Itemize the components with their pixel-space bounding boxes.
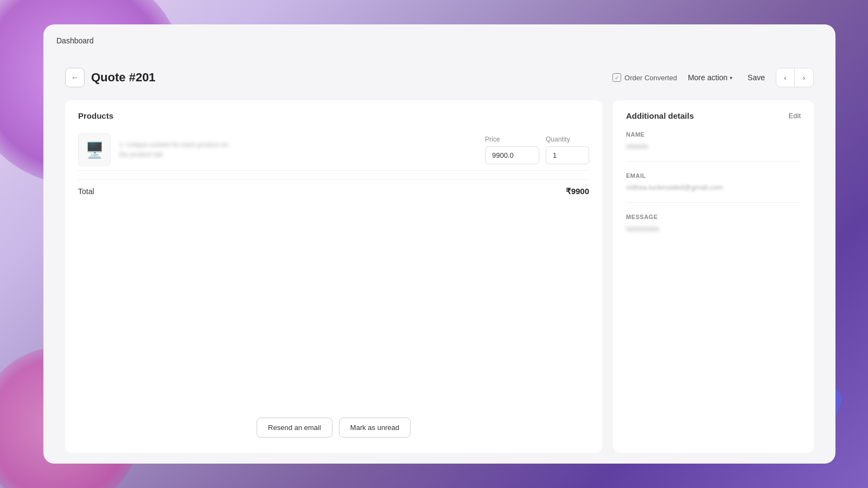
name-field: NAME lalalala xyxy=(626,131,801,162)
products-title: Products xyxy=(78,111,589,120)
nav-arrows: ‹ › xyxy=(776,68,814,87)
price-input[interactable] xyxy=(485,146,539,164)
price-label: Price xyxy=(485,136,539,143)
edit-button[interactable]: Edit xyxy=(789,112,801,120)
products-panel: Products 🖥️ 1. Unique content for each p… xyxy=(65,100,602,453)
total-row: Total ₹9900 xyxy=(78,179,589,203)
mark-unread-button[interactable]: Mark as unread xyxy=(339,418,411,438)
details-header: Additional details Edit xyxy=(626,111,801,120)
main-window: Dashboard ← Quote #201 ✓ Order Converted… xyxy=(43,24,835,464)
order-icon: ✓ xyxy=(612,73,621,82)
dashboard-label: Dashboard xyxy=(56,36,94,45)
product-icon: 🖥️ xyxy=(85,141,104,159)
product-row: 🖥️ 1. Unique content for each product on… xyxy=(78,129,589,171)
additional-details-panel: Additional details Edit NAME lalalala EM… xyxy=(613,100,814,453)
total-amount: ₹9900 xyxy=(566,187,589,196)
quantity-field-group: Quantity xyxy=(546,136,589,164)
name-value: lalalala xyxy=(626,142,801,150)
order-converted-label: Order Converted xyxy=(624,74,677,82)
message-label: MESSAGE xyxy=(626,214,801,220)
product-description: 1. Unique content for each product on th… xyxy=(119,140,476,159)
more-action-label: More action xyxy=(688,73,727,82)
back-button[interactable]: ← xyxy=(65,68,85,87)
email-field: EMAIL vidhea.luckinsided@gmail.com xyxy=(626,172,801,203)
total-label: Total xyxy=(78,187,94,196)
quantity-label: Quantity xyxy=(546,136,589,143)
action-buttons: Resend an email Mark as unread xyxy=(78,407,589,442)
next-arrow-button[interactable]: › xyxy=(795,68,813,87)
quantity-input[interactable] xyxy=(546,146,589,164)
product-desc-line2: the product tab xyxy=(119,150,476,159)
prev-arrow-button[interactable]: ‹ xyxy=(776,68,795,87)
price-qty-group: Price Quantity xyxy=(485,136,589,164)
save-button[interactable]: Save xyxy=(743,70,769,85)
header-actions: ✓ Order Converted More action ▾ Save ‹ › xyxy=(612,68,814,87)
message-field: MESSAGE lalalalalala xyxy=(626,214,801,233)
product-image: 🖥️ xyxy=(78,133,111,166)
email-value: vidhea.luckinsided@gmail.com xyxy=(626,183,801,191)
email-label: EMAIL xyxy=(626,172,801,179)
price-field-group: Price xyxy=(485,136,539,164)
panels: Products 🖥️ 1. Unique content for each p… xyxy=(65,100,814,453)
header-row: ← Quote #201 ✓ Order Converted More acti… xyxy=(65,68,814,87)
order-converted-status: ✓ Order Converted xyxy=(612,73,677,82)
chevron-down-icon: ▾ xyxy=(730,75,732,81)
next-icon: › xyxy=(803,74,805,82)
more-action-button[interactable]: More action ▾ xyxy=(684,70,737,85)
back-icon: ← xyxy=(71,73,79,82)
details-title: Additional details xyxy=(626,111,694,120)
prev-icon: ‹ xyxy=(784,74,786,82)
message-value: lalalalalala xyxy=(626,224,801,233)
product-desc-line1: 1. Unique content for each product on xyxy=(119,140,476,150)
resend-email-button[interactable]: Resend an email xyxy=(257,418,333,438)
name-label: NAME xyxy=(626,131,801,138)
page-title: Quote #201 xyxy=(91,70,606,85)
